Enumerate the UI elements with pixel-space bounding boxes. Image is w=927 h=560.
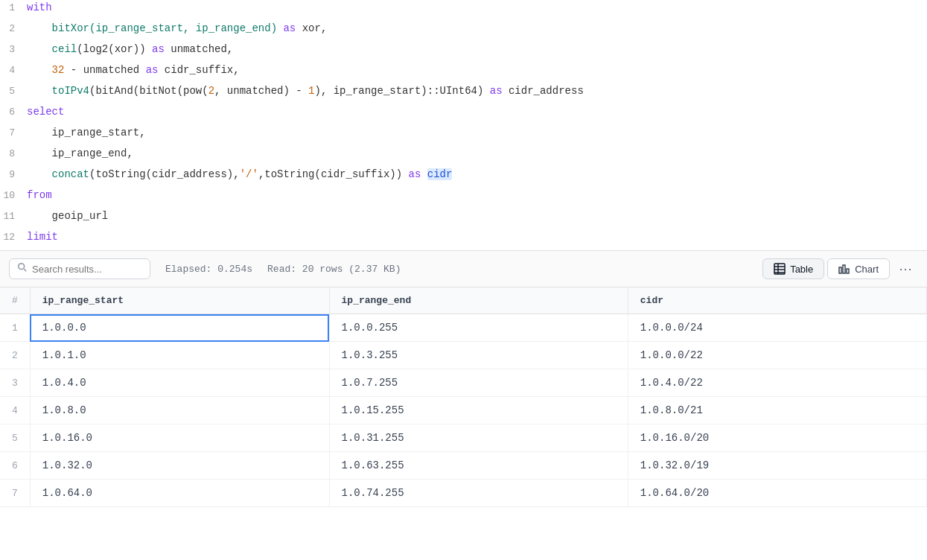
line-number: 2	[0, 23, 27, 34]
more-options-button[interactable]: ⋯	[893, 257, 918, 281]
line-number: 7	[0, 127, 27, 139]
code-content: limit	[27, 231, 927, 243]
table-row[interactable]: 41.0.8.01.0.15.2551.0.8.0/21	[0, 397, 927, 424]
code-editor: 1with2 bitXor(ip_range_start, ip_range_e…	[0, 0, 927, 251]
table-row[interactable]: 71.0.64.01.0.74.2551.0.64.0/20	[0, 480, 927, 507]
row-number: 6	[0, 452, 30, 480]
line-number: 12	[0, 232, 27, 243]
read-text: Read: 20 rows (2.37 KB)	[267, 264, 401, 275]
svg-point-0	[19, 264, 25, 270]
col-header-ip-start: ip_range_start	[30, 287, 329, 314]
cell-cidr[interactable]: 1.0.0.0/22	[628, 342, 926, 369]
line-number: 10	[0, 190, 27, 201]
code-line: 6select	[0, 104, 927, 125]
chart-btn-label: Chart	[855, 264, 879, 275]
cell-ip-range-start[interactable]: 1.0.1.0	[30, 342, 329, 369]
line-number: 3	[0, 44, 27, 55]
results-table: # ip_range_start ip_range_end cidr 11.0.…	[0, 287, 927, 507]
table-row[interactable]: 61.0.32.01.0.63.2551.0.32.0/19	[0, 452, 927, 480]
col-header-num: #	[0, 287, 30, 314]
results-table-container: # ip_range_start ip_range_end cidr 11.0.…	[0, 287, 927, 507]
code-content: ip_range_end,	[27, 147, 927, 159]
table-row[interactable]: 51.0.16.01.0.31.2551.0.16.0/20	[0, 424, 927, 452]
cell-ip-range-start[interactable]: 1.0.32.0	[30, 452, 329, 480]
code-content: ceil(log2(xor)) as unmatched,	[27, 43, 927, 55]
cell-ip-range-start[interactable]: 1.0.4.0	[30, 369, 329, 397]
table-header-row: # ip_range_start ip_range_end cidr	[0, 287, 927, 314]
code-content: concat(toString(cidr_address),'/',toStri…	[27, 168, 927, 180]
results-toolbar: Elapsed: 0.254s Read: 20 rows (2.37 KB) …	[0, 251, 927, 287]
cell-cidr[interactable]: 1.0.4.0/22	[628, 369, 926, 397]
row-number: 5	[0, 424, 30, 452]
code-content: select	[27, 106, 927, 118]
chart-view-button[interactable]: Chart	[827, 258, 890, 279]
table-row[interactable]: 31.0.4.01.0.7.2551.0.4.0/22	[0, 369, 927, 397]
cell-ip-range-end[interactable]: 1.0.31.255	[329, 424, 628, 452]
cell-ip-range-start[interactable]: 1.0.64.0	[30, 480, 329, 507]
code-line: 1with	[0, 0, 927, 21]
svg-line-1	[24, 269, 26, 271]
code-line: 4 32 - unmatched as cidr_suffix,	[0, 63, 927, 83]
cell-ip-range-start[interactable]: 1.0.0.0	[30, 314, 329, 342]
code-line: 10from	[0, 188, 927, 209]
code-line: 7 ip_range_start,	[0, 125, 927, 146]
row-number: 2	[0, 342, 30, 369]
code-line: 8 ip_range_end,	[0, 146, 927, 167]
code-content: with	[27, 1, 927, 13]
cell-ip-range-start[interactable]: 1.0.16.0	[30, 424, 329, 452]
cell-ip-range-end[interactable]: 1.0.15.255	[329, 397, 628, 424]
line-number: 8	[0, 148, 27, 159]
line-number: 4	[0, 65, 27, 76]
line-number: 1	[0, 2, 27, 13]
code-content: 32 - unmatched as cidr_suffix,	[27, 64, 927, 76]
line-number: 5	[0, 86, 27, 97]
cell-ip-range-end[interactable]: 1.0.63.255	[329, 452, 628, 480]
cell-ip-range-end[interactable]: 1.0.3.255	[329, 342, 628, 369]
table-row[interactable]: 11.0.0.01.0.0.2551.0.0.0/24	[0, 314, 927, 342]
cell-cidr[interactable]: 1.0.0.0/24	[628, 314, 926, 342]
row-number: 4	[0, 397, 30, 424]
row-number: 1	[0, 314, 30, 342]
col-header-cidr: cidr	[628, 287, 926, 314]
row-number: 3	[0, 369, 30, 397]
cell-cidr[interactable]: 1.0.64.0/20	[628, 480, 926, 507]
code-line: 3 ceil(log2(xor)) as unmatched,	[0, 42, 927, 63]
cell-cidr[interactable]: 1.0.8.0/21	[628, 397, 926, 424]
cell-ip-range-start[interactable]: 1.0.8.0	[30, 397, 329, 424]
row-number: 7	[0, 480, 30, 507]
code-content: toIPv4(bitAnd(bitNot(pow(2, unmatched) -…	[27, 85, 927, 97]
table-row[interactable]: 21.0.1.01.0.3.2551.0.0.0/22	[0, 342, 927, 369]
line-number: 9	[0, 169, 27, 180]
table-view-button[interactable]: Table	[762, 258, 824, 279]
code-content: ip_range_start,	[27, 127, 927, 139]
code-line: 11 geoip_url	[0, 209, 927, 229]
toolbar-right: Table Chart ⋯	[762, 257, 918, 281]
svg-rect-8	[843, 265, 845, 273]
line-number: 11	[0, 211, 27, 222]
code-content: from	[27, 189, 927, 201]
code-line: 9 concat(toString(cidr_address),'/',toSt…	[0, 167, 927, 188]
elapsed-text: Elapsed: 0.254s	[165, 264, 252, 275]
cell-ip-range-end[interactable]: 1.0.0.255	[329, 314, 628, 342]
code-line: 2 bitXor(ip_range_start, ip_range_end) a…	[0, 21, 927, 42]
table-btn-label: Table	[790, 264, 813, 275]
search-input[interactable]	[32, 264, 142, 275]
cell-cidr[interactable]: 1.0.32.0/19	[628, 452, 926, 480]
search-icon	[17, 262, 28, 276]
svg-rect-7	[839, 267, 841, 273]
svg-rect-9	[847, 269, 849, 273]
line-number: 6	[0, 106, 27, 118]
code-content: bitXor(ip_range_start, ip_range_end) as …	[27, 22, 927, 34]
col-header-ip-end: ip_range_end	[329, 287, 628, 314]
search-box[interactable]	[9, 258, 150, 279]
cell-ip-range-end[interactable]: 1.0.7.255	[329, 369, 628, 397]
cell-ip-range-end[interactable]: 1.0.74.255	[329, 480, 628, 507]
code-content: geoip_url	[27, 210, 927, 222]
code-line: 5 toIPv4(bitAnd(bitNot(pow(2, unmatched)…	[0, 83, 927, 104]
cell-cidr[interactable]: 1.0.16.0/20	[628, 424, 926, 452]
code-line: 12limit	[0, 229, 927, 250]
